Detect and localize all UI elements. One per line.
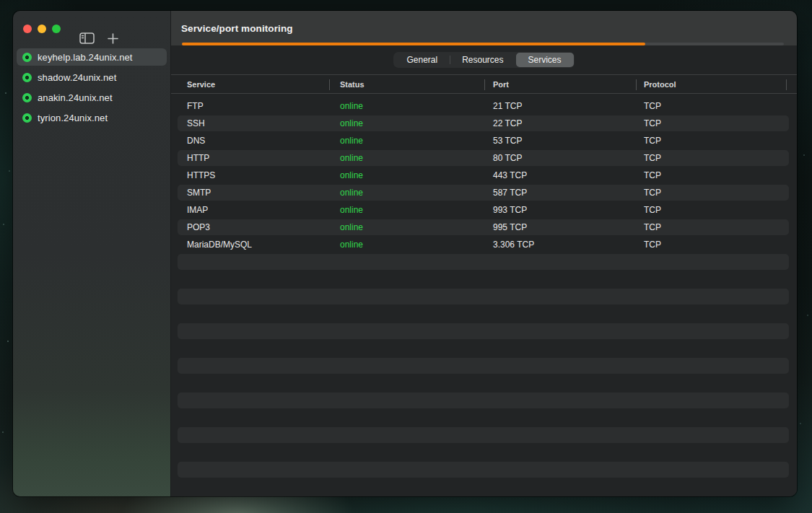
cell-service: MariaDB/MySQL bbox=[171, 240, 329, 250]
cell-service: SMTP bbox=[171, 188, 329, 198]
table-row[interactable]: POP3online995 TCPTCP bbox=[171, 219, 797, 236]
column-divider bbox=[329, 79, 330, 90]
cell-protocol: TCP bbox=[636, 170, 786, 180]
tab-segmented-control: GeneralResourcesServices bbox=[393, 52, 574, 68]
column-divider bbox=[786, 79, 787, 90]
table-row[interactable]: SMTPonline587 TCPTCP bbox=[171, 184, 797, 201]
cell-service: DNS bbox=[171, 136, 329, 146]
table-row-empty bbox=[171, 426, 797, 444]
tab-row: GeneralResourcesServices bbox=[171, 45, 797, 74]
cell-port: 3.306 TCP bbox=[484, 240, 636, 250]
tab-resources[interactable]: Resources bbox=[450, 53, 515, 67]
table-row[interactable]: DNSonline53 TCPTCP bbox=[171, 132, 797, 149]
table-row[interactable]: SSHonline22 TCPTCP bbox=[171, 115, 797, 132]
progress-fill bbox=[182, 43, 645, 45]
table-row[interactable]: FTPonline21 TCPTCP bbox=[171, 97, 797, 115]
tab-services[interactable]: Services bbox=[516, 53, 574, 67]
server-label: tyrion.24unix.net bbox=[38, 113, 108, 123]
server-label: keyhelp.lab.24unix.net bbox=[38, 52, 133, 63]
zoom-button[interactable] bbox=[52, 25, 61, 33]
cell-status: online bbox=[329, 136, 484, 146]
add-server-button[interactable] bbox=[108, 33, 118, 44]
page-title: Service/port monitoring bbox=[181, 23, 293, 34]
cell-port: 21 TCP bbox=[484, 101, 636, 111]
server-online-icon bbox=[22, 53, 32, 62]
column-header-port[interactable]: Port bbox=[484, 80, 636, 89]
row-stripe bbox=[178, 254, 789, 270]
cell-protocol: TCP bbox=[636, 118, 786, 128]
cell-status: online bbox=[329, 118, 484, 128]
table-row-empty bbox=[171, 323, 797, 340]
wallpaper-specks bbox=[0, 0, 1, 1]
cell-status: online bbox=[329, 222, 484, 232]
row-stripe bbox=[178, 393, 789, 408]
cell-status: online bbox=[329, 240, 484, 250]
row-stripe bbox=[178, 427, 789, 443]
close-button[interactable] bbox=[23, 25, 32, 33]
table-row-empty bbox=[171, 357, 797, 374]
table-row-empty bbox=[171, 288, 797, 305]
cell-service: FTP bbox=[171, 101, 329, 111]
cell-protocol: TCP bbox=[636, 240, 786, 250]
table-row[interactable]: MariaDB/MySQLonline3.306 TCPTCP bbox=[171, 236, 797, 253]
cell-port: 80 TCP bbox=[484, 153, 636, 163]
sidebar-toggle-icon[interactable] bbox=[79, 32, 95, 44]
column-header-protocol[interactable]: Protocol bbox=[636, 80, 786, 89]
cell-service: HTTP bbox=[171, 153, 329, 163]
cell-protocol: TCP bbox=[636, 205, 786, 215]
cell-protocol: TCP bbox=[636, 136, 786, 146]
table-row-empty bbox=[171, 461, 797, 478]
cell-service: HTTPS bbox=[171, 170, 329, 180]
server-online-icon bbox=[22, 113, 32, 123]
column-header-service[interactable]: Service bbox=[171, 80, 329, 89]
table-row[interactable]: HTTPSonline443 TCPTCP bbox=[171, 167, 797, 184]
cell-service: IMAP bbox=[171, 205, 329, 215]
row-stripe bbox=[178, 358, 789, 374]
cell-port: 53 TCP bbox=[484, 136, 636, 146]
cell-status: online bbox=[329, 101, 484, 111]
table-row[interactable]: HTTPonline80 TCPTCP bbox=[171, 149, 797, 167]
sidebar-item-server[interactable]: anakin.24unix.net bbox=[17, 89, 167, 106]
column-divider bbox=[484, 79, 485, 90]
cell-protocol: TCP bbox=[636, 188, 786, 198]
cell-service: POP3 bbox=[171, 222, 329, 232]
sidebar-toolbar bbox=[79, 32, 118, 44]
sidebar-item-server[interactable]: shadow.24unix.net bbox=[17, 69, 167, 86]
column-header-status[interactable]: Status bbox=[329, 80, 484, 89]
traffic-lights bbox=[13, 11, 170, 33]
table-body: FTPonline21 TCPTCPSSHonline22 TCPTCPDNSo… bbox=[171, 94, 797, 496]
cell-protocol: TCP bbox=[636, 101, 786, 111]
cell-protocol: TCP bbox=[636, 222, 786, 232]
server-online-icon bbox=[22, 73, 32, 82]
server-label: shadow.24unix.net bbox=[38, 72, 116, 83]
table-row-empty bbox=[171, 253, 797, 271]
server-online-icon bbox=[22, 93, 32, 102]
table-row[interactable]: IMAPonline993 TCPTCP bbox=[171, 201, 797, 219]
table-row-empty bbox=[171, 340, 797, 357]
row-stripe bbox=[178, 289, 789, 304]
cell-status: online bbox=[329, 170, 484, 180]
cell-port: 587 TCP bbox=[484, 188, 636, 198]
cell-protocol: TCP bbox=[636, 153, 786, 163]
cell-port: 443 TCP bbox=[484, 170, 636, 180]
monitoring-progress-bar bbox=[182, 43, 784, 45]
cell-port: 995 TCP bbox=[484, 222, 636, 232]
server-list: keyhelp.lab.24unix.netshadow.24unix.neta… bbox=[13, 48, 170, 126]
sidebar: keyhelp.lab.24unix.netshadow.24unix.neta… bbox=[13, 11, 171, 496]
tab-general[interactable]: General bbox=[394, 53, 450, 67]
cell-service: SSH bbox=[171, 118, 329, 128]
sidebar-item-server[interactable]: keyhelp.lab.24unix.net bbox=[17, 48, 167, 66]
cell-status: online bbox=[329, 153, 484, 163]
app-window: keyhelp.lab.24unix.netshadow.24unix.neta… bbox=[13, 11, 797, 496]
row-stripe bbox=[178, 462, 789, 478]
server-label: anakin.24unix.net bbox=[38, 92, 113, 103]
minimize-button[interactable] bbox=[38, 25, 46, 33]
table-row-empty bbox=[171, 392, 797, 409]
cell-port: 993 TCP bbox=[484, 205, 636, 215]
row-stripe bbox=[178, 323, 789, 339]
cell-port: 22 TCP bbox=[484, 118, 636, 128]
sidebar-item-server[interactable]: tyrion.24unix.net bbox=[17, 109, 167, 126]
titlebar: Service/port monitoring bbox=[171, 11, 797, 45]
table-row-empty bbox=[171, 478, 797, 496]
table-row-empty bbox=[171, 305, 797, 323]
